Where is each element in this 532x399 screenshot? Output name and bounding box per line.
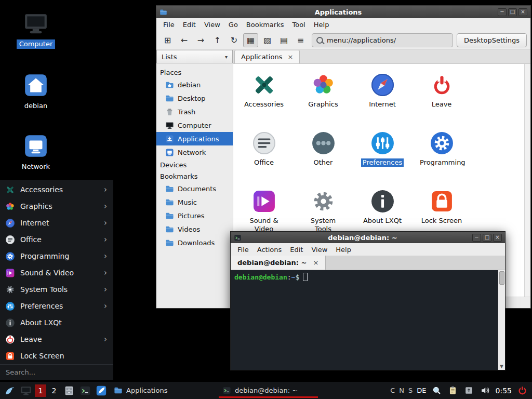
launcher-terminal[interactable]: [78, 383, 92, 397]
menu-item-programming[interactable]: Programming ›: [0, 248, 113, 264]
tab-close-icon[interactable]: ×: [313, 259, 318, 267]
scroll-down-icon[interactable]: ▼: [500, 364, 503, 369]
sidebar-item-computer[interactable]: Computer: [156, 118, 233, 132]
num-indicator: N: [399, 387, 404, 394]
menu-item-leave[interactable]: Leave ›: [0, 331, 113, 348]
sidebar-item-downloads[interactable]: Downloads: [156, 236, 233, 249]
sidebar-item-network[interactable]: Network: [156, 145, 233, 159]
terminal-screen[interactable]: debian@debian:~$: [231, 270, 498, 370]
path-input[interactable]: [327, 36, 448, 44]
terminal-scrollbar[interactable]: ▼: [498, 270, 505, 370]
app-accessories[interactable]: Accessories: [234, 72, 294, 127]
menu-actions[interactable]: Actions: [253, 244, 286, 255]
menu-help[interactable]: Help: [310, 19, 334, 30]
sidebar-item-desktop[interactable]: Desktop: [156, 91, 233, 105]
scrollbar-thumb[interactable]: [499, 271, 504, 285]
detail-view-button[interactable]: ≡: [293, 33, 308, 47]
volume-button[interactable]: [480, 385, 491, 396]
menu-search[interactable]: [0, 364, 113, 380]
workspace-2[interactable]: 2: [48, 384, 60, 397]
sidebar-mode-selector[interactable]: Lists ▾: [156, 50, 233, 63]
app-leave[interactable]: Leave: [412, 72, 471, 127]
forward-button[interactable]: →: [193, 33, 208, 47]
menu-file[interactable]: File: [159, 19, 179, 30]
thumbnail-view-button[interactable]: ▨: [260, 33, 275, 47]
menu-edit[interactable]: Edit: [179, 19, 200, 30]
workspace-1[interactable]: 1: [35, 384, 46, 397]
sidebar-item-trash[interactable]: Trash: [156, 105, 233, 118]
sidebar-item-label: Downloads: [178, 239, 215, 247]
menu-item-preferences[interactable]: Preferences ›: [0, 298, 113, 314]
sidebar-item-pictures[interactable]: Pictures: [156, 209, 233, 222]
sidebar-item-documents[interactable]: Documents: [156, 182, 233, 195]
menu-file[interactable]: File: [233, 244, 253, 255]
desktop-icon-computer[interactable]: Computer: [14, 10, 58, 49]
app-internet[interactable]: Internet: [353, 72, 412, 127]
back-button[interactable]: ←: [177, 33, 192, 47]
menu-item-accessories[interactable]: Accessories ›: [0, 181, 113, 198]
sidebar-item-debian[interactable]: debian: [156, 78, 233, 91]
path-bar[interactable]: [312, 33, 453, 47]
menu-item-about-lxqt[interactable]: About LXQt: [0, 314, 113, 331]
vertical-scrollbar[interactable]: [524, 64, 530, 297]
menu-item-sound-video[interactable]: Sound & Video ›: [0, 264, 113, 281]
magnifier-icon: [432, 385, 442, 395]
new-tab-button[interactable]: ⊞: [160, 33, 175, 47]
menu-item-label: Programming: [20, 252, 69, 260]
menu-help[interactable]: Help: [331, 244, 355, 255]
launcher-editor[interactable]: [94, 383, 108, 397]
sidebar-item-applications[interactable]: Applications: [156, 132, 233, 145]
app-office[interactable]: Office: [234, 130, 294, 185]
app-programming[interactable]: Programming: [412, 130, 471, 185]
tray-screenshot-button[interactable]: [431, 385, 443, 396]
reload-button[interactable]: ↻: [227, 33, 242, 47]
menu-item-lock-screen[interactable]: Lock Screen: [0, 348, 113, 364]
power-icon: [517, 385, 527, 395]
launcher-file-manager[interactable]: [62, 383, 76, 397]
maximize-button[interactable]: □: [508, 8, 517, 16]
desktop-icon-network[interactable]: Network: [14, 133, 58, 171]
maximize-button[interactable]: □: [483, 234, 491, 242]
search-input[interactable]: [6, 368, 108, 376]
menu-edit[interactable]: Edit: [286, 244, 307, 255]
menu-tool[interactable]: Tool: [288, 19, 309, 30]
app-graphics[interactable]: Graphics: [294, 72, 353, 127]
keyboard-indicators[interactable]: C N S DE: [390, 387, 426, 394]
clock[interactable]: 0:55: [496, 387, 512, 395]
show-desktop-button[interactable]: [19, 383, 33, 397]
menu-bookmarks[interactable]: Bookmarks: [242, 19, 288, 30]
menu-go[interactable]: Go: [224, 19, 242, 30]
menu-item-office[interactable]: Office ›: [0, 231, 113, 248]
tab-applications[interactable]: Applications ×: [234, 50, 300, 63]
app-other[interactable]: Other: [294, 130, 353, 185]
taskbar-window-applications[interactable]: Applications: [110, 383, 217, 398]
desktop-icon-debian[interactable]: debian: [14, 72, 58, 111]
terminal-tab[interactable]: debian@debian: ~ ×: [231, 256, 326, 270]
icon-view-button[interactable]: ▦: [243, 33, 258, 47]
close-button[interactable]: ×: [518, 8, 527, 16]
minimize-button[interactable]: −: [498, 8, 507, 16]
sidebar-item-music[interactable]: Music: [156, 195, 233, 209]
menu-item-internet[interactable]: Internet ›: [0, 215, 113, 231]
menu-view[interactable]: View: [200, 19, 224, 30]
tray-clipboard-button[interactable]: [447, 385, 459, 396]
start-menu-button[interactable]: [3, 383, 17, 397]
app-label: Programming: [418, 158, 465, 167]
tray-updates-button[interactable]: [463, 385, 475, 396]
power-button[interactable]: [516, 385, 528, 396]
app-preferences[interactable]: Preferences: [353, 130, 412, 185]
taskbar-window-terminal[interactable]: debian@debian: ~: [219, 383, 325, 398]
terminal-titlebar[interactable]: debian@debian: ~ − □ ×: [231, 232, 505, 243]
file-manager-titlebar[interactable]: Applications − □ ×: [156, 6, 530, 18]
desktop-settings-button[interactable]: DesktopSettings: [457, 33, 527, 47]
menu-view[interactable]: View: [307, 244, 331, 255]
menu-item-graphics[interactable]: Graphics ›: [0, 198, 113, 215]
close-button[interactable]: ×: [493, 234, 502, 242]
menu-item-system-tools[interactable]: System Tools ›: [0, 281, 113, 298]
minimize-button[interactable]: −: [472, 234, 481, 242]
up-button[interactable]: ↑: [210, 33, 225, 47]
app-label: Sound & Video: [241, 217, 287, 233]
sidebar-item-videos[interactable]: Videos: [156, 222, 233, 236]
compact-view-button[interactable]: ▤: [276, 33, 291, 47]
tab-close-icon[interactable]: ×: [287, 53, 293, 61]
